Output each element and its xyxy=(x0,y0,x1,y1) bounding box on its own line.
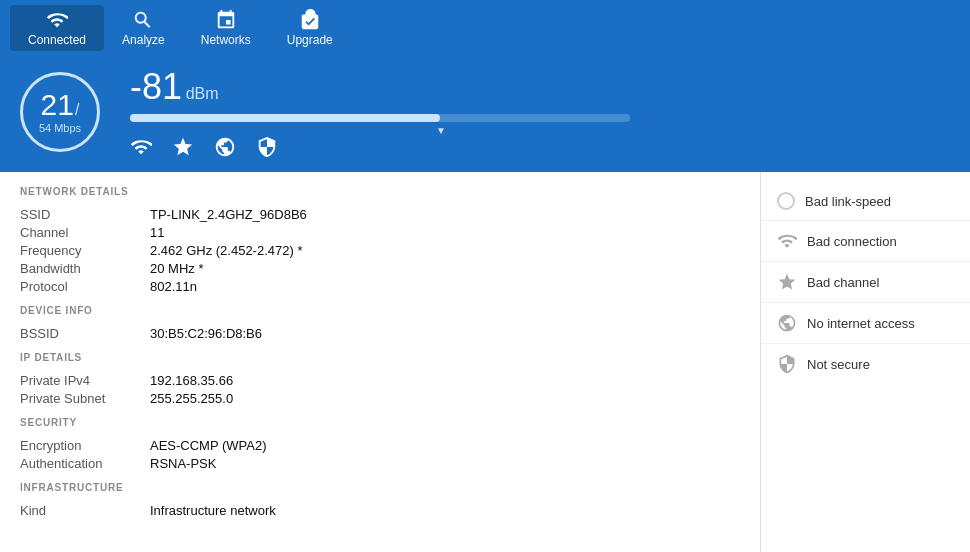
label: Protocol xyxy=(20,277,150,295)
section-security: SECURITY xyxy=(20,417,740,428)
table-row: Private IPv4 192.168.35.66 xyxy=(20,371,740,389)
icon-row xyxy=(130,136,950,158)
label: Channel xyxy=(20,223,150,241)
status-bad-link-speed: Bad link-speed xyxy=(761,182,970,221)
no-internet-globe-icon xyxy=(777,313,797,333)
signal-score: 21 / 54 Mbps xyxy=(20,72,100,152)
dbm-value: -81 xyxy=(130,66,182,107)
score-value: 21 xyxy=(41,90,74,120)
status-panel: Bad link-speed Bad connection Bad channe… xyxy=(760,172,970,552)
table-row: SSID TP-LINK_2.4GHZ_96D8B6 xyxy=(20,205,740,223)
value: 192.168.35.66 xyxy=(150,371,740,389)
nav-upgrade-label: Upgrade xyxy=(287,33,333,47)
section-infrastructure: INFRASTRUCTURE xyxy=(20,482,740,493)
label: BSSID xyxy=(20,324,150,342)
label: Kind xyxy=(20,501,150,519)
nav-networks-label: Networks xyxy=(201,33,251,47)
value: Infrastructure network xyxy=(150,501,740,519)
value: 802.11n xyxy=(150,277,740,295)
table-row: Kind Infrastructure network xyxy=(20,501,740,519)
value: 11 xyxy=(150,223,740,241)
status-label: Not secure xyxy=(807,357,870,372)
section-ip-details: IP DETAILS xyxy=(20,352,740,363)
signal-bar-fill xyxy=(130,114,440,122)
nav-connected[interactable]: Connected xyxy=(10,5,104,51)
signal-bar xyxy=(130,114,630,122)
nav-upgrade[interactable]: Upgrade xyxy=(269,5,351,51)
signal-detail: -81 dBm xyxy=(130,66,950,158)
label: Frequency xyxy=(20,241,150,259)
not-secure-shield-icon xyxy=(777,354,797,374)
table-row: BSSID 30:B5:C2:96:D8:B6 xyxy=(20,324,740,342)
nav-networks[interactable]: Networks xyxy=(183,5,269,51)
globe-icon xyxy=(214,136,236,158)
label: Encryption xyxy=(20,436,150,454)
status-label: Bad connection xyxy=(807,234,897,249)
star-icon xyxy=(172,136,194,158)
value: 255.255.255.0 xyxy=(150,389,740,407)
label: Authentication xyxy=(20,454,150,472)
label: Private IPv4 xyxy=(20,371,150,389)
nav-analyze-label: Analyze xyxy=(122,33,165,47)
score-denom: / xyxy=(75,101,79,119)
value: RSNA-PSK xyxy=(150,454,740,472)
content-area: NETWORK DETAILS SSID TP-LINK_2.4GHZ_96D8… xyxy=(0,172,970,552)
value: AES-CCMP (WPA2) xyxy=(150,436,740,454)
dbm-unit: dBm xyxy=(186,85,219,102)
security-table: Encryption AES-CCMP (WPA2) Authenticatio… xyxy=(20,436,740,472)
table-row: Bandwidth 20 MHz * xyxy=(20,259,740,277)
bad-connection-wifi-icon xyxy=(777,231,797,251)
section-device-info: DEVICE INFO xyxy=(20,305,740,316)
nav-connected-label: Connected xyxy=(28,33,86,47)
table-row: Authentication RSNA-PSK xyxy=(20,454,740,472)
bad-channel-star-icon xyxy=(777,272,797,292)
status-label: No internet access xyxy=(807,316,915,331)
status-label: Bad channel xyxy=(807,275,879,290)
network-details-table: SSID TP-LINK_2.4GHZ_96D8B6 Channel 11 Fr… xyxy=(20,205,740,295)
value: 20 MHz * xyxy=(150,259,740,277)
speed-value: 54 Mbps xyxy=(39,122,81,134)
value: TP-LINK_2.4GHZ_96D8B6 xyxy=(150,205,740,223)
label: Private Subnet xyxy=(20,389,150,407)
table-row: Frequency 2.462 GHz (2.452-2.472) * xyxy=(20,241,740,259)
ip-details-table: Private IPv4 192.168.35.66 Private Subne… xyxy=(20,371,740,407)
label: Bandwidth xyxy=(20,259,150,277)
main-panel: NETWORK DETAILS SSID TP-LINK_2.4GHZ_96D8… xyxy=(0,172,760,552)
status-label: Bad link-speed xyxy=(805,194,891,209)
infrastructure-table: Kind Infrastructure network xyxy=(20,501,740,519)
table-row: Channel 11 xyxy=(20,223,740,241)
status-no-internet: No internet access xyxy=(761,303,970,344)
bad-link-speed-icon xyxy=(777,192,795,210)
shield-icon xyxy=(256,136,278,158)
nav-analyze[interactable]: Analyze xyxy=(104,5,183,51)
table-row: Protocol 802.11n xyxy=(20,277,740,295)
value: 2.462 GHz (2.452-2.472) * xyxy=(150,241,740,259)
value: 30:B5:C2:96:D8:B6 xyxy=(150,324,740,342)
topbar: Connected Analyze Networks Upgrade xyxy=(0,0,970,56)
section-network-details: NETWORK DETAILS xyxy=(20,186,740,197)
wifi-icon xyxy=(130,136,152,158)
table-row: Private Subnet 255.255.255.0 xyxy=(20,389,740,407)
status-bad-channel: Bad channel xyxy=(761,262,970,303)
status-not-secure: Not secure xyxy=(761,344,970,384)
table-row: Encryption AES-CCMP (WPA2) xyxy=(20,436,740,454)
status-bad-connection: Bad connection xyxy=(761,221,970,262)
device-info-table: BSSID 30:B5:C2:96:D8:B6 xyxy=(20,324,740,342)
header-area: 21 / 54 Mbps -81 dBm xyxy=(0,56,970,172)
label: SSID xyxy=(20,205,150,223)
